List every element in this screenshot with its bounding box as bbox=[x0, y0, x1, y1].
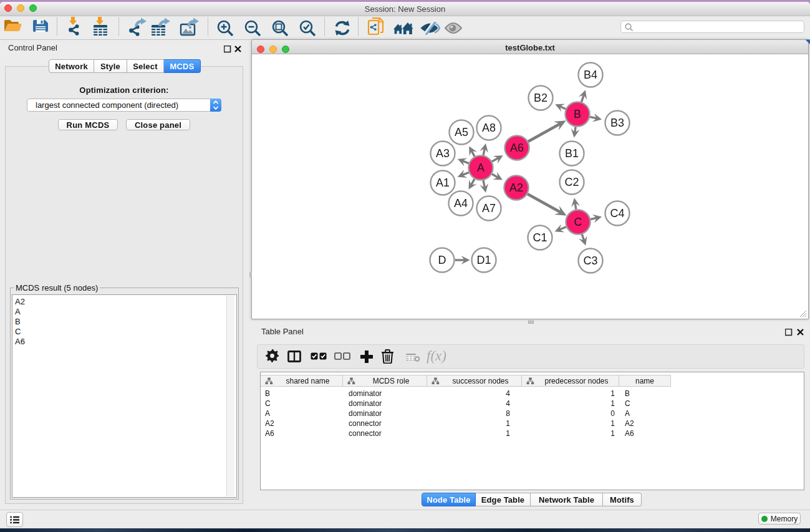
svg-text:A8: A8 bbox=[482, 122, 496, 134]
svg-text:B2: B2 bbox=[534, 92, 547, 104]
svg-text:A4: A4 bbox=[454, 197, 468, 210]
svg-text:A7: A7 bbox=[482, 202, 496, 215]
svg-text:C2: C2 bbox=[564, 176, 579, 188]
svg-text:C: C bbox=[574, 216, 582, 228]
svg-text:B4: B4 bbox=[584, 69, 597, 81]
svg-text:B1: B1 bbox=[565, 147, 579, 160]
svg-text:C1: C1 bbox=[533, 231, 547, 244]
svg-text:A5: A5 bbox=[455, 126, 468, 138]
svg-text:A1: A1 bbox=[436, 177, 450, 189]
svg-text:A3: A3 bbox=[436, 147, 450, 160]
svg-text:C3: C3 bbox=[583, 254, 597, 267]
svg-text:C4: C4 bbox=[610, 207, 624, 220]
svg-text:D: D bbox=[438, 254, 446, 266]
svg-text:A2: A2 bbox=[509, 181, 523, 194]
svg-text:D1: D1 bbox=[476, 254, 491, 266]
svg-text:B: B bbox=[574, 108, 581, 120]
svg-text:A: A bbox=[477, 162, 485, 174]
svg-text:A6: A6 bbox=[510, 142, 524, 154]
svg-text:B3: B3 bbox=[610, 117, 624, 129]
